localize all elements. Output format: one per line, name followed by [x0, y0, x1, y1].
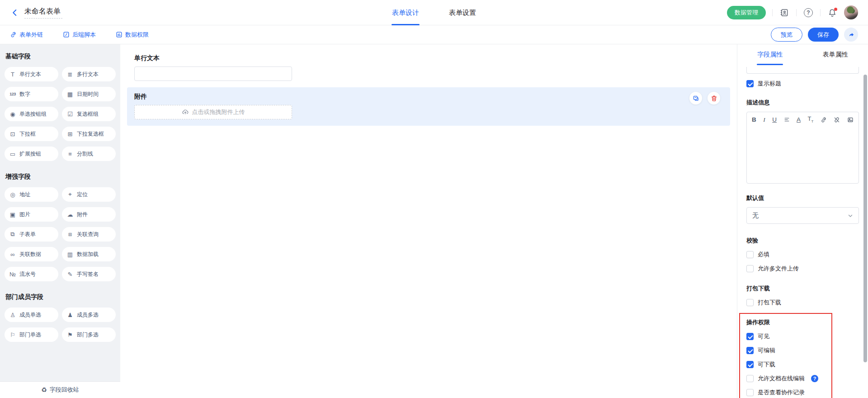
palette-item-address[interactable]: ◎地址: [5, 187, 58, 202]
palette-item-member-multi[interactable]: ♟成员多选: [62, 308, 116, 322]
downloadable-checkbox[interactable]: [746, 361, 754, 368]
required-checkbox-row[interactable]: 必填: [746, 251, 859, 259]
contacts-book-icon[interactable]: [779, 7, 790, 18]
palette-item-number[interactable]: 123数字: [5, 87, 58, 101]
description-textarea[interactable]: [747, 127, 859, 183]
palette-item-related-query[interactable]: ⧈关联查询: [62, 227, 116, 242]
cloud-upload-icon: [182, 109, 189, 116]
online-edit-checkbox-row[interactable]: 允许文档在线编辑 ?: [746, 374, 827, 383]
palette-item-single-line-text[interactable]: T单行文本: [5, 67, 58, 81]
palette-item-dept-single[interactable]: ⚐部门单选: [5, 327, 58, 342]
palette-item-multi-line-text[interactable]: ≣多行文本: [62, 67, 116, 81]
palette-item-location[interactable]: ⌖定位: [62, 187, 116, 202]
font-color-icon[interactable]: A: [797, 117, 801, 123]
single-line-text-input[interactable]: [134, 66, 292, 81]
form-title[interactable]: 未命名表单: [24, 7, 62, 19]
palette-item-serial-number[interactable]: №流水号: [5, 267, 58, 281]
tab-form-properties[interactable]: 表单属性: [803, 44, 868, 65]
chevron-down-icon: [848, 213, 853, 218]
palette-item-member-single[interactable]: ♙成员单选: [5, 308, 58, 322]
operation-permission-highlight-box: 操作权限 可见 可编辑 可下载 允许文档在线编: [739, 313, 832, 398]
package-download-checkbox-row[interactable]: 打包下载: [746, 298, 859, 307]
backend-script-button[interactable]: 后端脚本: [63, 31, 96, 39]
italic-icon[interactable]: I: [763, 117, 765, 123]
preview-button[interactable]: 预览: [771, 28, 802, 42]
palette-item-related-data[interactable]: ∞关联数据: [5, 247, 58, 261]
multi-file-upload-checkbox[interactable]: [746, 265, 754, 272]
save-button[interactable]: 保存: [808, 28, 839, 42]
data-permission-button[interactable]: 数据权限: [116, 31, 149, 39]
user-avatar[interactable]: [844, 5, 858, 19]
palette-item-handwritten-signature[interactable]: ✎手写签名: [62, 267, 116, 281]
share-button[interactable]: [844, 28, 858, 42]
delete-field-button[interactable]: [708, 92, 720, 104]
downloadable-checkbox-row[interactable]: 可下载: [746, 360, 827, 369]
show-title-checkbox[interactable]: [746, 80, 754, 87]
back-icon[interactable]: [10, 8, 20, 18]
tab-form-design[interactable]: 表单设计: [392, 0, 419, 25]
align-icon[interactable]: [784, 117, 790, 123]
view-collab-record-checkbox-row[interactable]: 是否查看协作记录: [746, 389, 827, 397]
canvas-field-attachment-selected[interactable]: 附件 点击或拖拽附件上传: [127, 87, 730, 126]
underline-icon[interactable]: U: [772, 117, 777, 123]
editable-checkbox-row[interactable]: 可编辑: [746, 346, 827, 355]
tab-field-properties[interactable]: 字段属性: [737, 44, 803, 65]
extend-button-icon: ▭: [9, 151, 16, 157]
palette-item-subform[interactable]: ⧉子表单: [5, 227, 58, 242]
show-title-checkbox-row[interactable]: 显示标题: [746, 80, 859, 88]
palette-item-dept-multi[interactable]: ⚑部门多选: [62, 327, 116, 342]
dropdown-icon: ⊡: [9, 131, 16, 137]
palette-item-attachment[interactable]: ☁附件: [62, 207, 116, 222]
field-palette-sidebar: 基础字段 T单行文本 ≣多行文本 123数字 ▦日期时间 ◉单选按钮组 ☑复选框…: [0, 44, 120, 398]
section-title-dept-member-fields: 部门成员字段: [5, 293, 115, 301]
package-download-checkbox[interactable]: [746, 299, 754, 306]
visible-checkbox[interactable]: [746, 333, 754, 340]
palette-item-extend-button[interactable]: ▭扩展按钮: [5, 147, 58, 161]
attachment-upload-area[interactable]: 点击或拖拽附件上传: [134, 105, 292, 119]
copy-field-button[interactable]: [689, 92, 702, 104]
palette-item-data-loading[interactable]: ▥数据加载: [62, 247, 116, 261]
external-link-icon: [10, 31, 17, 38]
serial-number-icon: №: [9, 271, 16, 278]
insert-link-icon[interactable]: [821, 117, 827, 123]
editable-checkbox[interactable]: [746, 347, 754, 354]
font-size-icon[interactable]: TT: [808, 116, 814, 123]
tab-form-settings[interactable]: 表单设置: [449, 0, 476, 25]
copy-icon: [693, 95, 699, 102]
calendar-icon: ▦: [66, 91, 74, 98]
description-rich-text-editor[interactable]: B I U A TT: [746, 112, 859, 184]
palette-item-dropdown-multi[interactable]: ⊞下拉复选框: [62, 127, 116, 141]
notification-dot: [834, 8, 837, 11]
visible-checkbox-row[interactable]: 可见: [746, 332, 827, 341]
bold-icon[interactable]: B: [752, 117, 756, 123]
insert-image-icon[interactable]: [847, 117, 854, 123]
field-name-input-partial[interactable]: [746, 67, 859, 74]
field-recycle-bin-button[interactable]: ♻ 字段回收站: [0, 381, 120, 398]
location-icon: ⌖: [66, 191, 74, 198]
palette-item-checkbox-group[interactable]: ☑复选框组: [62, 107, 116, 121]
palette-item-image[interactable]: ▣图片: [5, 207, 58, 222]
palette-item-datetime[interactable]: ▦日期时间: [62, 87, 116, 101]
member-multi-icon: ♟: [66, 312, 74, 318]
remove-link-icon[interactable]: [834, 117, 840, 123]
form-canvas: 单行文本 附件 点击或拖拽附件上传: [120, 44, 737, 398]
description-label: 描述信息: [746, 99, 859, 107]
palette-item-radio-group[interactable]: ◉单选按钮组: [5, 107, 58, 121]
field-label: 单行文本: [134, 54, 723, 62]
help-icon[interactable]: ?: [803, 7, 814, 18]
related-query-icon: ⧈: [66, 231, 74, 238]
notification-bell-icon[interactable]: [827, 7, 838, 18]
form-external-link-button[interactable]: 表单外链: [10, 31, 43, 39]
palette-item-dropdown[interactable]: ⊡下拉框: [5, 127, 58, 141]
panel-scrollbar[interactable]: [863, 75, 867, 362]
online-edit-checkbox[interactable]: [746, 375, 754, 382]
required-checkbox[interactable]: [746, 251, 754, 258]
multi-file-upload-checkbox-row[interactable]: 允许多文件上传: [746, 265, 859, 273]
section-title-basic-fields: 基础字段: [5, 52, 115, 61]
canvas-field-single-line-text[interactable]: 单行文本: [127, 49, 730, 87]
default-value-select[interactable]: 无: [746, 207, 859, 224]
view-collab-record-checkbox[interactable]: [746, 389, 754, 396]
data-manage-button[interactable]: 数据管理: [727, 6, 766, 19]
palette-item-divider-line[interactable]: ≡分割线: [62, 147, 116, 161]
online-edit-help-icon[interactable]: ?: [811, 375, 818, 382]
